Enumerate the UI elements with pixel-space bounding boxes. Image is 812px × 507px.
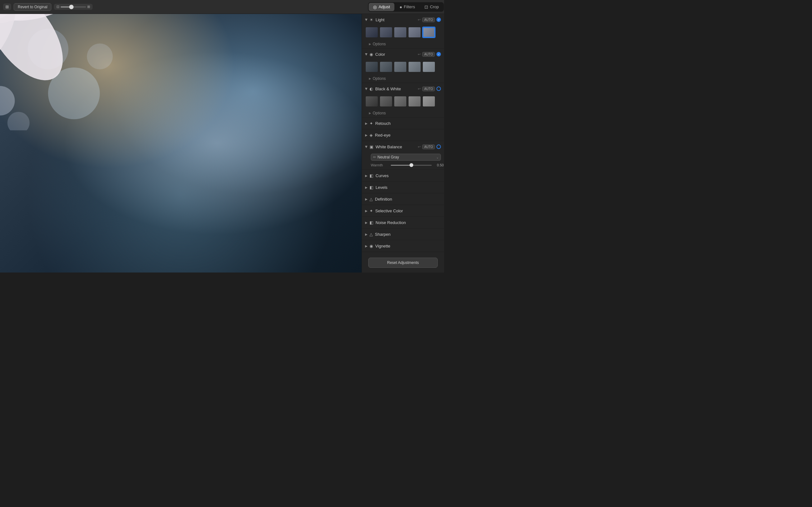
bw-options-label: Options (373, 111, 386, 115)
color-options-row[interactable]: ▶ Options (362, 75, 444, 83)
section-wb: ▶ ▣ White Balance ↩ AUTO ✏ Neutral Gray … (362, 141, 444, 170)
zoom-controls: ⊡ ⊞ (54, 4, 93, 10)
bw-auto-badge[interactable]: AUTO (422, 87, 435, 91)
color-thumb-4[interactable] (408, 61, 421, 72)
color-title: Color (375, 52, 416, 57)
light-options-row[interactable]: ▶ Options (362, 41, 444, 48)
color-toggle[interactable] (437, 52, 441, 56)
zoom-slider[interactable] (61, 6, 86, 8)
light-toggle[interactable] (437, 17, 441, 22)
bw-options-chevron-icon: ▶ (369, 112, 371, 115)
bw-thumb-5[interactable] (422, 96, 436, 107)
section-sharpen-header[interactable]: ▶ △ Sharpen (362, 228, 444, 240)
wb-toggle[interactable] (437, 145, 441, 149)
svg-point-8 (0, 14, 95, 38)
section-light-header[interactable]: ▶ ☀ Light ↩ AUTO (362, 14, 444, 25)
wb-warmth-slider[interactable] (391, 165, 432, 166)
bw-title: Black & White (375, 87, 416, 91)
section-noise-reduction-header[interactable]: ▶ ◧ Noise Reduction (362, 217, 444, 228)
section-levels-header[interactable]: ▶ ◧ Levels (362, 181, 444, 193)
vignette-chevron-icon: ▶ (365, 244, 368, 248)
wb-chevron-icon: ▶ (365, 146, 368, 148)
wb-preset-select[interactable]: ✏ Neutral Gray ⌄ (371, 154, 441, 161)
section-bw: ▶ ◐ Black & White ↩ AUTO ▶ (362, 83, 444, 118)
color-controls: ↩ AUTO (418, 52, 441, 57)
wb-preset-value: Neutral Gray (377, 155, 435, 159)
redeye-title: Red-eye (375, 133, 441, 137)
tab-adjust[interactable]: ◎ Adjust (368, 3, 394, 11)
tab-crop[interactable]: ⊡ Crop (420, 3, 443, 11)
color-icon: ◉ (369, 52, 373, 57)
zoom-in-icon: ⊞ (87, 5, 90, 9)
section-redeye-header[interactable]: ▶ ◈ Red-eye (362, 129, 444, 141)
bw-revert-icon[interactable]: ↩ (418, 87, 420, 91)
section-color-header[interactable]: ▶ ◉ Color ↩ AUTO (362, 49, 444, 60)
section-vignette-header[interactable]: ▶ ◉ Vignette (362, 240, 444, 251)
photo-canvas (0, 14, 362, 273)
svg-point-6 (0, 14, 38, 31)
zoom-out-icon: ⊡ (56, 5, 59, 9)
light-thumb-4[interactable] (408, 26, 421, 38)
light-revert-icon[interactable]: ↩ (418, 18, 420, 22)
noise-reduction-chevron-icon: ▶ (365, 221, 368, 224)
section-sharpen: ▶ △ Sharpen (362, 228, 444, 240)
tab-group: ◎ Adjust ● Filters ⊡ Crop (368, 2, 444, 12)
bw-thumb-1[interactable] (365, 96, 378, 107)
color-thumb-5[interactable] (422, 61, 436, 72)
light-auto-badge[interactable]: AUTO (422, 17, 435, 22)
section-curves: ▶ ◧ Curves (362, 170, 444, 181)
bw-thumb-2[interactable] (379, 96, 393, 107)
color-auto-badge[interactable]: AUTO (422, 52, 435, 57)
sidebar-toggle-button[interactable]: ⊞ (3, 3, 11, 10)
color-thumb-3[interactable] (394, 61, 407, 72)
color-revert-icon[interactable]: ↩ (418, 52, 420, 56)
light-thumb-3[interactable] (394, 26, 407, 38)
light-thumb-5[interactable] (422, 26, 436, 38)
svg-point-11 (0, 14, 100, 33)
section-wb-header[interactable]: ▶ ▣ White Balance ↩ AUTO (362, 141, 444, 153)
bw-thumbnails (362, 95, 444, 110)
selective-color-title: Selective Color (375, 209, 441, 213)
bw-thumb-3[interactable] (394, 96, 407, 107)
photo-background (0, 14, 362, 273)
svg-point-5 (28, 29, 68, 69)
levels-chevron-icon: ▶ (365, 186, 368, 189)
revert-to-original-button[interactable]: Revert to Original (14, 3, 51, 11)
section-color: ▶ ◉ Color ↩ AUTO ▶ (362, 49, 444, 83)
bw-toggle[interactable] (437, 87, 441, 91)
light-thumbnails (362, 25, 444, 41)
bw-thumb-4[interactable] (408, 96, 421, 107)
section-bw-header[interactable]: ▶ ◐ Black & White ↩ AUTO (362, 83, 444, 95)
main-content: ▶ ☀ Light ↩ AUTO ▶ (0, 14, 444, 273)
definition-icon: △ (369, 197, 373, 202)
section-selective-color-header[interactable]: ▶ ✦ Selective Color (362, 205, 444, 216)
wb-revert-icon[interactable]: ↩ (418, 145, 420, 149)
bw-chevron-icon: ▶ (365, 88, 368, 90)
tab-filters[interactable]: ● Filters (395, 3, 420, 11)
section-curves-header[interactable]: ▶ ◧ Curves (362, 170, 444, 181)
wb-warmth-row: Warmth 0.50 (362, 162, 444, 170)
noise-reduction-title: Noise Reduction (375, 220, 441, 225)
bw-icon: ◐ (369, 87, 373, 91)
light-icon: ☀ (369, 17, 373, 22)
levels-icon: ◧ (369, 185, 373, 190)
wb-auto-badge[interactable]: AUTO (422, 145, 435, 149)
section-definition-header[interactable]: ▶ △ Definition (362, 193, 444, 205)
section-retouch-header[interactable]: ▶ ✦ Retouch (362, 118, 444, 129)
color-thumbnails (362, 60, 444, 75)
color-options-chevron-icon: ▶ (369, 77, 371, 80)
curves-chevron-icon: ▶ (365, 174, 368, 177)
light-thumb-1[interactable] (365, 26, 378, 38)
bw-options-row[interactable]: ▶ Options (362, 110, 444, 117)
reset-adjustments-button[interactable]: Reset Adjustments (368, 258, 438, 268)
light-thumb-2[interactable] (379, 26, 393, 38)
wb-warmth-label: Warmth (371, 163, 388, 167)
wb-eyedropper-icon: ✏ (373, 155, 376, 159)
svg-point-13 (0, 14, 32, 95)
light-options-label: Options (373, 42, 386, 46)
levels-title: Levels (375, 185, 441, 190)
color-thumb-1[interactable] (365, 61, 378, 72)
selective-color-icon: ✦ (369, 209, 373, 213)
crop-icon: ⊡ (424, 4, 428, 9)
color-thumb-2[interactable] (379, 61, 393, 72)
